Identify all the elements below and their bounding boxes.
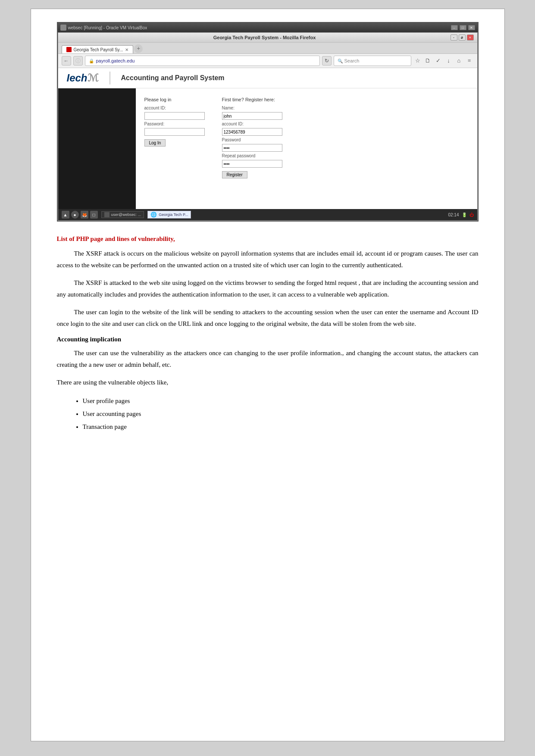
section2-heading: Accounting implication bbox=[57, 336, 479, 343]
account-id-label: account ID: bbox=[144, 106, 205, 110]
page-heading: Accounting and Payroll System bbox=[121, 74, 225, 82]
back-button[interactable]: ← bbox=[62, 56, 71, 66]
refresh-button[interactable]: ↻ bbox=[322, 56, 332, 66]
vm-window-controls: – □ ✕ bbox=[451, 25, 475, 30]
webpage-sidebar bbox=[58, 88, 136, 209]
vm-window: websec [Running] - Oracle VM VirtualBox … bbox=[57, 22, 479, 222]
reg-repeat-label: Repeat password bbox=[222, 153, 282, 158]
status-time: 02:14 🔋 ⏻ bbox=[448, 212, 473, 217]
logo-divider bbox=[110, 72, 110, 84]
status-username: user@websec: ... bbox=[101, 211, 144, 218]
bookmark-star-icon[interactable]: ☆ bbox=[413, 56, 422, 65]
geo-text: Georgia Tech P... bbox=[159, 212, 188, 217]
logo: Iechℳ bbox=[67, 72, 99, 84]
battery-icon: 🔋 bbox=[462, 212, 467, 217]
download-icon[interactable]: ↓ bbox=[444, 56, 453, 65]
url-lock-icon: 🔒 bbox=[89, 59, 94, 63]
active-tab[interactable]: Georgia Tech Payroll Sy... ✕ bbox=[62, 45, 134, 53]
search-placeholder: Search bbox=[344, 58, 360, 63]
search-icon: 🔍 bbox=[338, 59, 343, 63]
vm-minimize-btn[interactable]: – bbox=[451, 25, 458, 30]
webpage-main: Please log in account ID: Password: Log … bbox=[136, 88, 477, 209]
power-icon: ⏻ bbox=[469, 212, 474, 217]
clock-text: 02:14 bbox=[448, 212, 459, 217]
list-item-1: User profile pages bbox=[83, 394, 479, 407]
password-label: Password: bbox=[144, 122, 205, 126]
webpage-header: Iechℳ Accounting and Payroll System bbox=[58, 68, 477, 88]
username-text: user@websec: ... bbox=[111, 212, 141, 217]
paragraph-3: The user can login to the website of the… bbox=[57, 306, 479, 330]
password-input[interactable] bbox=[144, 128, 205, 136]
reg-name-input[interactable] bbox=[222, 112, 282, 120]
firefox-tabbar: Georgia Tech Payroll Sy... ✕ + bbox=[58, 43, 477, 54]
reg-account-label: account ID: bbox=[222, 122, 282, 126]
vm-titlebar-icon bbox=[60, 25, 66, 31]
paragraph-1: The XSRF attack is occurs on the malicio… bbox=[57, 248, 479, 271]
vm-close-btn[interactable]: ✕ bbox=[468, 25, 475, 30]
reading-mode-icon[interactable]: 🗋 bbox=[424, 56, 432, 65]
firefox-minimize-btn[interactable]: - bbox=[451, 34, 457, 41]
doc-content: List of PHP page and lines of vulnerabil… bbox=[57, 231, 479, 433]
info-button[interactable]: ⓘ bbox=[73, 56, 83, 66]
user-icon bbox=[104, 212, 110, 217]
tab-favicon bbox=[66, 47, 72, 52]
firefox-statusbar: ▲ ● 🦊 □ user@websec: ... 🌐 Georgia Tech … bbox=[58, 209, 477, 220]
firefox-title: Georgia Tech Payroll System - Mozilla Fi… bbox=[79, 35, 451, 40]
paragraph-2: The XSRF is attacked to the web site usi… bbox=[57, 277, 479, 300]
tray-icon-3: 🦊 bbox=[81, 211, 88, 219]
vm-titlebar-left: websec [Running] - Oracle VM VirtualBox bbox=[60, 25, 147, 31]
login-form: Please log in account ID: Password: Log … bbox=[144, 97, 205, 178]
geo-icon: 🌐 bbox=[150, 212, 157, 218]
bullets-intro: There are using the vulnerable objects l… bbox=[57, 377, 479, 388]
url-text: payroll.gatech.edu bbox=[96, 58, 135, 63]
tray-icon-2: ● bbox=[71, 211, 79, 219]
list-item-3: Transaction page bbox=[83, 420, 479, 433]
tray-icon-4: □ bbox=[90, 211, 98, 219]
account-id-input[interactable] bbox=[144, 112, 205, 120]
toolbar-icons: ☆ 🗋 ✓ ↓ ⌂ ≡ bbox=[413, 56, 474, 65]
tray-icon-1: ▲ bbox=[62, 211, 69, 219]
firefox-maximize-btn[interactable]: ø bbox=[459, 34, 466, 41]
firefox-close-btn[interactable]: × bbox=[467, 34, 474, 41]
reg-name-label: Name: bbox=[222, 106, 282, 110]
paragraph-4: The user can use the vulnerability as th… bbox=[57, 347, 479, 371]
tab-close-btn[interactable]: ✕ bbox=[125, 47, 128, 52]
status-geo: 🌐 Georgia Tech P... bbox=[147, 211, 191, 219]
firefox-titlebar: Georgia Tech Payroll System - Mozilla Fi… bbox=[58, 33, 477, 43]
firefox-window: Georgia Tech Payroll System - Mozilla Fi… bbox=[58, 32, 478, 221]
webpage-layout: Please log in account ID: Password: Log … bbox=[58, 88, 477, 209]
status-tray-icons: ▲ ● 🦊 □ bbox=[62, 211, 98, 219]
login-button[interactable]: Log In bbox=[144, 139, 166, 147]
vm-titlebar: websec [Running] - Oracle VM VirtualBox … bbox=[58, 23, 478, 32]
page-container: websec [Running] - Oracle VM VirtualBox … bbox=[31, 9, 505, 741]
vm-titlebar-text: websec [Running] - Oracle VM VirtualBox bbox=[68, 25, 147, 30]
logo-m: ℳ bbox=[88, 72, 99, 84]
list-item-2: User accounting pages bbox=[83, 407, 479, 420]
vm-restore-btn[interactable]: □ bbox=[460, 25, 466, 30]
url-bar[interactable]: 🔒 payroll.gatech.edu bbox=[85, 56, 320, 66]
register-button[interactable]: Register bbox=[222, 171, 247, 178]
firefox-addressbar: ← ⓘ 🔒 payroll.gatech.edu ↻ 🔍 Search ☆ 🗋 … bbox=[58, 54, 477, 68]
reg-password-label: Password bbox=[222, 137, 282, 142]
section1-heading: List of PHP page and lines of vulnerabil… bbox=[57, 235, 479, 243]
login-heading: Please log in bbox=[144, 97, 205, 102]
logo-iech: Iech bbox=[67, 72, 88, 84]
home-icon[interactable]: ⌂ bbox=[455, 56, 463, 65]
firefox-content: Iechℳ Accounting and Payroll System Plea… bbox=[58, 68, 477, 220]
register-form: First time? Register here: Name: account… bbox=[222, 97, 282, 178]
reg-account-input[interactable] bbox=[222, 128, 282, 136]
login-section: Please log in account ID: Password: Log … bbox=[144, 93, 469, 183]
firefox-win-buttons: - ø × bbox=[451, 34, 474, 41]
reg-repeat-input[interactable] bbox=[222, 160, 282, 168]
vulnerable-objects-list: User profile pages User accounting pages… bbox=[83, 394, 479, 433]
pocket-icon[interactable]: ✓ bbox=[434, 56, 443, 65]
reg-password-input[interactable] bbox=[222, 144, 282, 152]
tab-label: Georgia Tech Payroll Sy... bbox=[74, 47, 123, 52]
menu-icon[interactable]: ≡ bbox=[465, 56, 474, 65]
search-bar[interactable]: 🔍 Search bbox=[334, 56, 411, 66]
new-tab-btn[interactable]: + bbox=[134, 44, 143, 53]
register-heading: First time? Register here: bbox=[222, 97, 282, 102]
